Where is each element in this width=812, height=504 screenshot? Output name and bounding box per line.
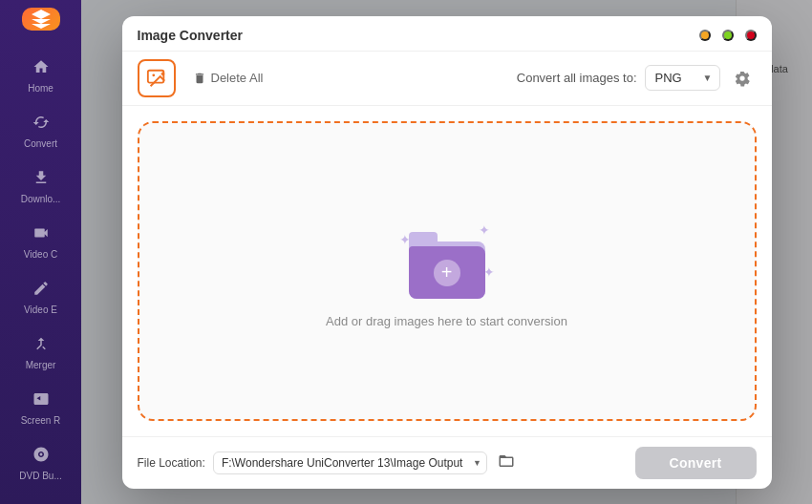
file-path-select-wrap: F:\Wondershare UniConverter 13\Image Out… <box>213 452 487 474</box>
image-converter-modal: Image Converter <box>122 16 772 489</box>
toolbar-right: Convert all images to: PNG JPG BMP GIF T… <box>517 64 757 93</box>
modal-footer: File Location: F:\Wondershare UniConvert… <box>122 436 772 489</box>
convert-all-label: Convert all images to: <box>517 71 637 85</box>
format-settings-button[interactable] <box>728 64 757 93</box>
format-select-wrapper: PNG JPG BMP GIF TIFF WEBP ▼ <box>645 65 720 91</box>
svg-point-1 <box>152 74 155 76</box>
sidebar-item-screen-r[interactable]: Screen R <box>0 378 81 433</box>
file-path-select[interactable]: F:\Wondershare UniConverter 13\Image Out… <box>213 452 487 474</box>
sidebar-item-home[interactable]: Home <box>0 46 81 101</box>
sidebar-item-player[interactable]: Player <box>0 489 81 504</box>
sidebar: Home Convert Downlo... Video C Video E M… <box>0 0 81 504</box>
titlebar-controls <box>699 30 757 41</box>
folder-plus-icon: + <box>434 260 460 286</box>
modal-toolbar: Delete All Convert all images to: PNG JP… <box>122 52 772 106</box>
drop-zone-text: Add or drag images here to start convers… <box>326 314 567 328</box>
delete-all-button[interactable]: Delete All <box>183 65 273 91</box>
folder-open-button[interactable] <box>495 450 518 476</box>
sparkle-icon-2: ✦ <box>479 222 490 238</box>
file-location: File Location: F:\Wondershare UniConvert… <box>138 450 518 476</box>
sidebar-item-download[interactable]: Downlo... <box>0 157 81 212</box>
modal-titlebar: Image Converter <box>122 16 772 52</box>
file-location-label: File Location: <box>138 456 205 470</box>
modal-overlay: Image Converter <box>81 0 812 504</box>
main-content: data metadata CD. Image Converter <box>81 0 812 504</box>
window-maximize-button[interactable] <box>722 30 734 41</box>
sidebar-item-video-e[interactable]: Video E <box>0 267 81 323</box>
sidebar-item-dvd[interactable]: DVD Bu... <box>0 433 81 489</box>
sidebar-item-convert[interactable]: Convert <box>0 101 81 157</box>
window-minimize-button[interactable] <box>699 30 711 41</box>
drop-zone[interactable]: ✦ ✦ ✦ + Add or drag images here to start… <box>138 121 757 421</box>
sidebar-item-video-c[interactable]: Video C <box>0 212 81 267</box>
folder-icon: ✦ ✦ ✦ + <box>399 213 495 299</box>
format-select[interactable]: PNG JPG BMP GIF TIFF WEBP <box>645 65 720 91</box>
modal-title: Image Converter <box>138 28 243 43</box>
sidebar-item-merger[interactable]: Merger <box>0 323 81 378</box>
app-logo <box>22 8 60 31</box>
convert-button[interactable]: Convert <box>635 447 757 479</box>
add-image-button[interactable] <box>138 59 176 97</box>
folder-front: + <box>409 246 485 299</box>
app-background: Home Convert Downlo... Video C Video E M… <box>0 0 812 504</box>
toolbar-left: Delete All <box>138 59 273 97</box>
window-close-button[interactable] <box>745 30 757 41</box>
